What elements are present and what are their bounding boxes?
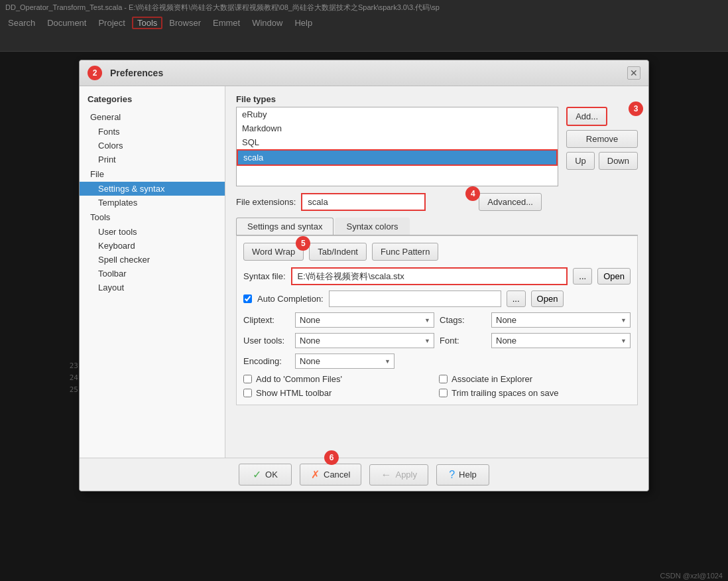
- cat-colors[interactable]: Colors: [80, 139, 225, 153]
- user-tools-dropdown-wrapper: None: [295, 333, 434, 348]
- help-icon: ?: [449, 469, 455, 481]
- content-panel: File types eRuby Markdown SQL scala 3 Ad…: [225, 86, 648, 458]
- ok-button[interactable]: ✓ OK: [239, 464, 292, 485]
- remove-button[interactable]: Remove: [566, 130, 638, 148]
- cat-general[interactable]: General: [80, 109, 225, 125]
- auto-completion-input[interactable]: [329, 290, 501, 307]
- file-item-scala[interactable]: scala: [237, 149, 558, 166]
- associate-explorer-row: Associate in Explorer: [439, 374, 631, 384]
- cliptext-label: Cliptext:: [243, 315, 290, 325]
- bottom-checkboxes: Add to 'Common Files' Associate in Explo…: [243, 374, 631, 398]
- preferences-dialog: 2 Preferences ✕ Categories General Fonts…: [79, 60, 649, 491]
- associate-explorer-label: Associate in Explorer: [452, 374, 532, 384]
- dialog-titlebar: 2 Preferences ✕: [80, 60, 648, 86]
- badge-4: 4: [465, 186, 480, 201]
- syntax-open-button[interactable]: Open: [597, 268, 631, 285]
- cat-templates[interactable]: Templates: [80, 196, 225, 210]
- cat-layout[interactable]: Layout: [80, 281, 225, 294]
- auto-completion-browse[interactable]: ...: [507, 290, 526, 307]
- encoding-row: Encoding: None: [243, 354, 631, 369]
- file-item-markdown[interactable]: Markdown: [237, 121, 558, 135]
- user-tools-dropdown[interactable]: None: [295, 333, 434, 348]
- trim-spaces-checkbox[interactable]: [439, 389, 448, 397]
- tab-syntax-colors[interactable]: Syntax colors: [335, 218, 409, 235]
- common-files-label: Add to 'Common Files': [256, 374, 342, 384]
- cliptext-dropdown-wrapper: None: [295, 312, 434, 328]
- ctags-dropdown-wrapper: None: [491, 312, 631, 328]
- cat-fonts[interactable]: Fonts: [80, 125, 225, 139]
- file-item-sql[interactable]: SQL: [237, 135, 558, 149]
- help-label: Help: [459, 470, 477, 480]
- badge-3: 3: [629, 101, 643, 116]
- file-types-label: File types: [236, 94, 638, 104]
- tab-indent-button[interactable]: Tab/Indent: [309, 243, 367, 261]
- tab-bar: Settings and syntax Syntax colors: [236, 218, 638, 235]
- trim-spaces-row: Trim trailing spaces on save: [439, 388, 631, 398]
- user-tools-label: User tools:: [243, 336, 290, 346]
- func-pattern-button[interactable]: Func Pattern: [372, 243, 438, 261]
- cat-tools[interactable]: Tools: [80, 210, 225, 225]
- categories-header: Categories: [80, 92, 225, 109]
- cat-settings-syntax[interactable]: Settings & syntax: [80, 182, 225, 196]
- dialog-overlay: 2 Preferences ✕ Categories General Fonts…: [0, 0, 728, 581]
- down-button[interactable]: Down: [599, 152, 638, 170]
- badge-2: 2: [88, 66, 102, 80]
- help-button[interactable]: ? Help: [436, 464, 489, 485]
- badge-6: 6: [324, 450, 339, 465]
- auto-completion-open[interactable]: Open: [531, 290, 564, 307]
- cat-print[interactable]: Print: [80, 153, 225, 166]
- dialog-footer: 6 ✓ OK ✗ Cancel ← Apply ? Help: [80, 458, 648, 491]
- file-types-section: File types eRuby Markdown SQL scala 3 Ad…: [236, 94, 638, 186]
- up-button[interactable]: Up: [566, 152, 595, 170]
- file-types-row: eRuby Markdown SQL scala 3 Add... Remove: [236, 107, 638, 186]
- common-files-row: Add to 'Common Files': [243, 374, 435, 384]
- cancel-button[interactable]: ✗ Cancel: [300, 464, 361, 485]
- syntax-file-input[interactable]: [291, 267, 568, 285]
- file-list-container[interactable]: eRuby Markdown SQL scala: [236, 107, 558, 186]
- ok-label: OK: [265, 470, 278, 480]
- file-type-buttons: 3 Add... Remove Up Down: [566, 107, 638, 170]
- tab-settings-syntax[interactable]: Settings and syntax: [236, 218, 334, 235]
- extensions-row: File extensions: 4 Advanced...: [236, 193, 638, 211]
- font-dropdown-wrapper: None: [491, 333, 631, 348]
- apply-button[interactable]: ← Apply: [369, 464, 428, 485]
- cat-spell-checker[interactable]: Spell checker: [80, 253, 225, 267]
- associate-explorer-checkbox[interactable]: [439, 375, 448, 383]
- cancel-icon: ✗: [311, 468, 320, 481]
- auto-completion-checkbox[interactable]: [243, 294, 252, 303]
- dropdown-grid: Cliptext: None Ctags:: [243, 312, 631, 348]
- syntax-file-label: Syntax file:: [243, 271, 286, 281]
- ctags-label: Ctags:: [440, 315, 486, 325]
- cat-user-tools[interactable]: User tools: [80, 225, 225, 239]
- trim-spaces-label: Trim trailing spaces on save: [452, 388, 558, 398]
- apply-icon: ←: [381, 469, 391, 481]
- encoding-dropdown-wrapper: None: [295, 354, 394, 369]
- ok-icon: ✓: [253, 468, 261, 481]
- syntax-browse-button[interactable]: ...: [573, 268, 592, 285]
- up-down-row: Up Down: [566, 152, 638, 170]
- encoding-dropdown[interactable]: None: [295, 354, 394, 369]
- dialog-close-button[interactable]: ✕: [627, 66, 640, 80]
- file-item-eruby[interactable]: eRuby: [237, 107, 558, 121]
- categories-panel: Categories General Fonts Colors Print Fi…: [80, 86, 225, 458]
- font-dropdown[interactable]: None: [491, 333, 631, 348]
- settings-tabs-section: Settings and syntax Syntax colors 5 Word…: [236, 218, 638, 405]
- cat-file[interactable]: File: [80, 166, 225, 182]
- encoding-label: Encoding:: [243, 356, 290, 366]
- add-button[interactable]: Add...: [566, 107, 607, 126]
- ctags-dropdown[interactable]: None: [491, 312, 631, 328]
- common-files-checkbox[interactable]: [243, 375, 252, 383]
- extensions-input[interactable]: [301, 193, 426, 211]
- dialog-body: Categories General Fonts Colors Print Fi…: [80, 86, 648, 458]
- settings-btn-row: 5 Word Wrap Tab/Indent Func Pattern: [243, 243, 631, 261]
- auto-completion-row: Auto Completion: ... Open: [243, 290, 631, 307]
- user-tools-row: User tools: None: [243, 333, 434, 348]
- cat-keyboard[interactable]: Keyboard: [80, 239, 225, 253]
- html-toolbar-checkbox[interactable]: [243, 389, 252, 397]
- badge-5: 5: [296, 236, 310, 251]
- word-wrap-button[interactable]: Word Wrap: [243, 243, 304, 261]
- advanced-button[interactable]: Advanced...: [479, 193, 542, 211]
- cliptext-dropdown[interactable]: None: [295, 312, 434, 328]
- cat-toolbar[interactable]: Toolbar: [80, 267, 225, 281]
- font-row: Font: None: [440, 333, 631, 348]
